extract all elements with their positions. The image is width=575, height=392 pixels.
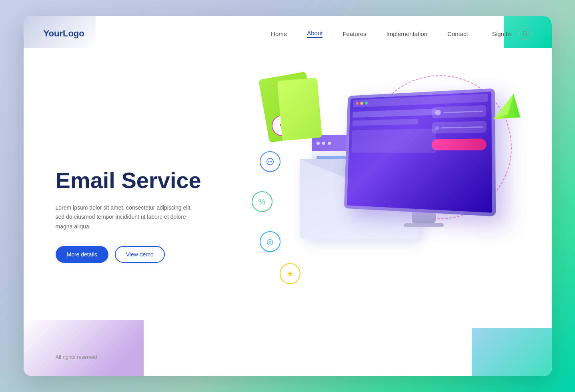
logo[interactable]: YourLogo	[44, 28, 84, 39]
form-at-icon: @	[435, 126, 439, 130]
right-section: ♥ % ◎ ★	[224, 75, 532, 355]
nav-implementation[interactable]: Implementation	[387, 30, 428, 37]
signin-link[interactable]: Sign In	[492, 30, 511, 37]
nav-home[interactable]: Home	[271, 30, 287, 37]
svg-point-3	[268, 161, 269, 162]
left-section: Email Service Lorem ipsum dolor sit amet…	[56, 168, 224, 263]
svg-line-1	[526, 34, 528, 36]
hero-title: Email Service	[56, 168, 224, 193]
screen-dot-3	[365, 102, 367, 105]
form-icon-user	[435, 110, 441, 115]
footer-text: All rights reserved	[56, 354, 97, 360]
view-demo-button[interactable]: View demo	[115, 246, 165, 263]
form-submit-btn[interactable]	[431, 138, 486, 150]
screen-content	[351, 109, 436, 153]
percent-icon: %	[252, 191, 272, 212]
search-icon	[523, 31, 528, 36]
monitor-screen: @	[344, 88, 496, 216]
letter-dot-1	[317, 142, 320, 145]
monitor-base	[404, 223, 444, 227]
screen-bar-2	[352, 119, 418, 126]
form-field-line-1	[443, 110, 483, 113]
search-button[interactable]	[519, 27, 532, 40]
nav-features[interactable]: Features	[343, 30, 366, 37]
more-details-button[interactable]: More details	[56, 246, 108, 263]
chat-icon	[260, 151, 280, 172]
buttons-row: More details View demo	[56, 246, 224, 263]
main-content: Email Service Lorem ipsum dolor sit amet…	[24, 51, 552, 371]
letter-dot-2	[322, 142, 325, 145]
star-icon: ★	[280, 263, 301, 284]
nav-contact[interactable]: Contact	[447, 30, 468, 37]
svg-point-5	[271, 161, 272, 162]
form-field-2: @	[432, 121, 486, 133]
nav-links: Home About Features Implementation Conta…	[271, 30, 468, 38]
page-container: YourLogo Home About Features Implementat…	[24, 16, 552, 376]
letter-dot-3	[328, 142, 331, 145]
monitor: @	[340, 91, 508, 235]
screen-bar-3	[351, 129, 436, 153]
svg-point-4	[269, 161, 270, 162]
form-field-line-2	[441, 126, 483, 128]
form-field-1	[432, 105, 486, 118]
hero-description: Lorem ipsum dolor sit amet, consectetur …	[56, 203, 200, 232]
monitor-form: @	[431, 105, 486, 150]
green-paper-2	[277, 78, 322, 141]
target-icon: ◎	[260, 231, 280, 252]
nav-right: Sign In	[492, 27, 532, 40]
nav-about[interactable]: About	[307, 30, 323, 38]
navbar: YourLogo Home About Features Implementat…	[24, 16, 552, 51]
screen-dot-2	[360, 102, 363, 105]
screen-dot-1	[356, 102, 359, 105]
